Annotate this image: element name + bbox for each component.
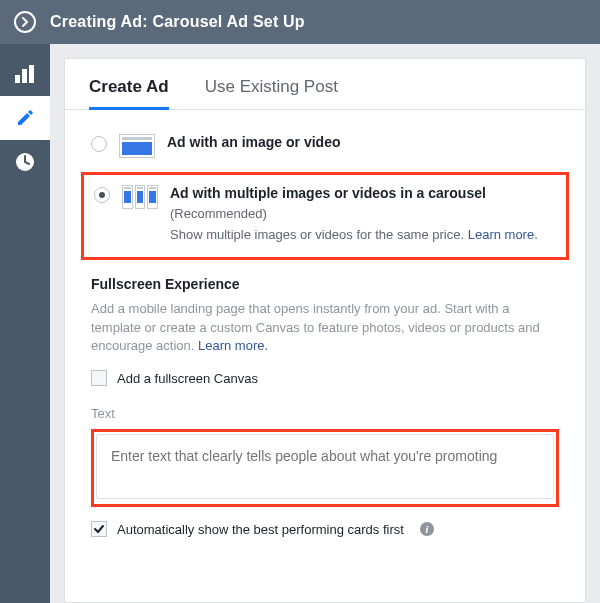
nav-history[interactable] [0,140,50,184]
nav-analytics[interactable] [0,52,50,96]
fullscreen-title: Fullscreen Experience [91,276,559,292]
create-ad-panel: Create Ad Use Existing Post Ad with an i… [64,58,586,603]
auto-show-row[interactable]: Automatically show the best performing c… [91,521,559,537]
tab-use-existing-post[interactable]: Use Existing Post [205,77,338,109]
fullscreen-desc: Add a mobile landing page that opens ins… [91,300,559,357]
left-sidebar [0,44,50,603]
tab-create-ad[interactable]: Create Ad [89,77,169,109]
fullscreen-canvas-checkbox[interactable] [91,370,107,386]
info-icon[interactable]: i [420,522,434,536]
fullscreen-learn-more-link[interactable]: Learn more. [198,338,268,353]
fullscreen-canvas-label: Add a fullscreen Canvas [117,371,258,386]
ad-text-input[interactable] [96,434,554,499]
thumbnail-carousel-icon [122,185,158,209]
svg-rect-0 [15,75,20,83]
learn-more-link[interactable]: Learn more. [468,227,538,242]
ad-tabs: Create Ad Use Existing Post [65,59,585,110]
fullscreen-canvas-checkbox-row[interactable]: Add a fullscreen Canvas [91,370,559,386]
ad-option-carousel-recommended: (Recommended) [170,205,556,223]
highlighted-carousel-option: Ad with multiple images or videos in a c… [81,172,569,260]
nav-edit[interactable] [0,96,50,140]
page-header: Creating Ad: Carousel Ad Set Up [0,0,600,44]
svg-rect-1 [22,69,27,83]
chevron-right-circle-icon[interactable] [14,11,36,33]
header-title: Creating Ad: Carousel Ad Set Up [50,13,305,31]
svg-rect-2 [29,65,34,83]
ad-option-carousel[interactable]: Ad with multiple images or videos in a c… [94,185,556,245]
ad-option-single-title: Ad with an image or video [167,134,559,150]
ad-option-single[interactable]: Ad with an image or video [91,128,559,168]
auto-show-checkbox[interactable] [91,521,107,537]
auto-show-label: Automatically show the best performing c… [117,522,404,537]
ad-option-carousel-title: Ad with multiple images or videos in a c… [170,185,556,201]
ad-option-carousel-desc: Show multiple images or videos for the s… [170,225,556,245]
thumbnail-single-icon [119,134,155,158]
highlighted-text-field [91,429,559,507]
radio-carousel[interactable] [94,187,110,203]
radio-single[interactable] [91,136,107,152]
text-field-label: Text [91,406,559,421]
